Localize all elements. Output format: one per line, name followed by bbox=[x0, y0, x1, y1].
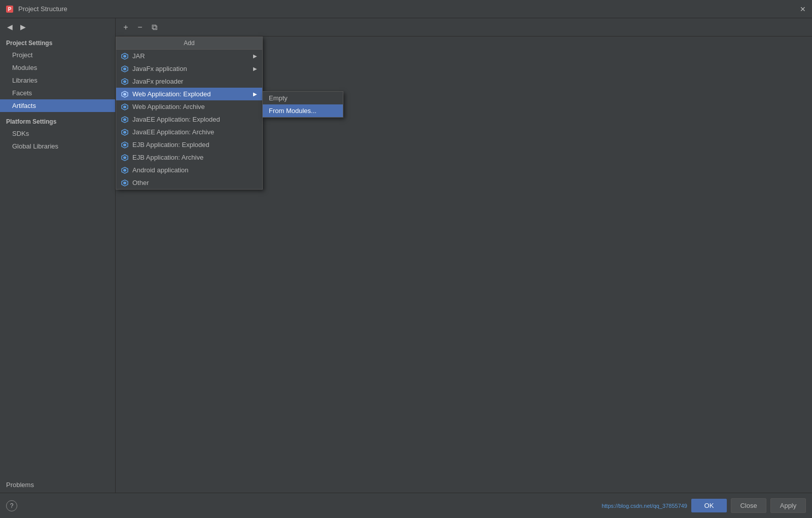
javafx-app-icon bbox=[121, 65, 128, 72]
web-exploded-submenu: Empty From Modules... bbox=[262, 91, 343, 118]
sidebar: ◀ ▶ Project Settings Project Modules Lib… bbox=[0, 18, 116, 493]
ejb-exploded-icon bbox=[121, 141, 128, 149]
content-toolbar: + − ⧉ bbox=[116, 18, 812, 36]
sidebar-item-sdks[interactable]: SDKs bbox=[0, 127, 115, 140]
other-icon bbox=[121, 179, 128, 187]
javaee-archive-icon bbox=[121, 129, 128, 136]
menu-item-web-archive[interactable]: Web Application: Archive bbox=[116, 100, 262, 113]
arrow-icon: ▶ bbox=[253, 91, 257, 97]
menu-item-ejb-exploded[interactable]: EJB Application: Exploded bbox=[116, 138, 262, 151]
submenu-item-empty[interactable]: Empty bbox=[263, 92, 343, 104]
svg-marker-21 bbox=[123, 169, 126, 172]
menu-item-javafx-application[interactable]: JavaFx application ▶ bbox=[116, 62, 262, 75]
svg-marker-5 bbox=[123, 67, 126, 70]
add-dropdown-menu: Add JAR ▶ JavaFx application ▶ JavaFx bbox=[116, 36, 263, 190]
javafx-preloader-icon bbox=[121, 78, 128, 85]
main-container: ◀ ▶ Project Settings Project Modules Lib… bbox=[0, 18, 812, 493]
svg-marker-9 bbox=[123, 93, 126, 96]
menu-item-javafx-preloader[interactable]: JavaFx preloader bbox=[116, 75, 262, 88]
forward-button[interactable]: ▶ bbox=[17, 21, 28, 32]
menu-item-jar[interactable]: JAR ▶ bbox=[116, 50, 262, 62]
menu-item-ejb-archive[interactable]: EJB Application: Archive bbox=[116, 151, 262, 164]
sidebar-nav: ◀ ▶ bbox=[0, 18, 115, 35]
sidebar-item-facets[interactable]: Facets bbox=[0, 87, 115, 99]
svg-marker-7 bbox=[123, 80, 126, 83]
project-settings-heading: Project Settings bbox=[0, 35, 115, 49]
sidebar-item-libraries[interactable]: Libraries bbox=[0, 74, 115, 87]
sidebar-item-modules[interactable]: Modules bbox=[0, 61, 115, 74]
bottom-bar: ? https://blog.csdn.net/qq_37855749 OK C… bbox=[0, 493, 812, 518]
back-button[interactable]: ◀ bbox=[4, 21, 15, 32]
ejb-archive-icon bbox=[121, 154, 128, 161]
svg-marker-17 bbox=[123, 143, 126, 146]
svg-marker-19 bbox=[123, 156, 126, 159]
ok-button[interactable]: OK bbox=[691, 499, 727, 512]
window-title: Project Structure bbox=[18, 5, 799, 13]
content-area: + − ⧉ Add JAR ▶ JavaFx application ▶ bbox=[116, 18, 812, 493]
jar-icon bbox=[121, 53, 128, 60]
copy-button[interactable]: ⧉ bbox=[148, 21, 160, 33]
menu-item-javaee-exploded[interactable]: JavaEE Application: Exploded bbox=[116, 113, 262, 126]
remove-button[interactable]: − bbox=[134, 21, 146, 33]
menu-item-android-application[interactable]: Android application bbox=[116, 164, 262, 176]
svg-text:P: P bbox=[8, 7, 12, 12]
android-icon bbox=[121, 167, 128, 174]
javaee-exploded-icon bbox=[121, 116, 128, 123]
menu-item-javaee-archive[interactable]: JavaEE Application: Archive bbox=[116, 126, 262, 138]
svg-marker-13 bbox=[123, 118, 126, 121]
dropdown-header: Add bbox=[116, 37, 262, 50]
close-button[interactable]: Close bbox=[731, 498, 766, 513]
sidebar-item-problems[interactable]: Problems bbox=[0, 477, 115, 493]
sidebar-item-global-libraries[interactable]: Global Libraries bbox=[0, 140, 115, 153]
platform-settings-heading: Platform Settings bbox=[0, 112, 115, 127]
menu-item-web-exploded[interactable]: Web Application: Exploded ▶ bbox=[116, 88, 262, 100]
add-button[interactable]: + bbox=[120, 21, 132, 33]
submenu-item-from-modules[interactable]: From Modules... bbox=[263, 104, 343, 117]
close-window-button[interactable]: ✕ bbox=[799, 5, 807, 13]
bottom-actions: https://blog.csdn.net/qq_37855749 OK Clo… bbox=[597, 498, 806, 513]
arrow-icon: ▶ bbox=[253, 66, 257, 71]
svg-marker-15 bbox=[123, 131, 126, 134]
web-archive-icon bbox=[121, 103, 128, 110]
menu-item-other[interactable]: Other bbox=[116, 176, 262, 189]
arrow-icon: ▶ bbox=[253, 53, 257, 59]
apply-button[interactable]: Apply bbox=[770, 498, 806, 513]
link-text: https://blog.csdn.net/qq_37855749 bbox=[602, 503, 687, 509]
help-button[interactable]: ? bbox=[6, 500, 17, 511]
svg-marker-11 bbox=[123, 105, 126, 108]
sidebar-item-project[interactable]: Project bbox=[0, 49, 115, 61]
sidebar-item-artifacts[interactable]: Artifacts bbox=[0, 99, 115, 112]
svg-marker-23 bbox=[123, 181, 126, 184]
web-exploded-icon bbox=[121, 91, 128, 98]
app-icon: P bbox=[5, 5, 14, 14]
title-bar: P Project Structure ✕ bbox=[0, 0, 812, 18]
svg-marker-3 bbox=[123, 55, 126, 58]
